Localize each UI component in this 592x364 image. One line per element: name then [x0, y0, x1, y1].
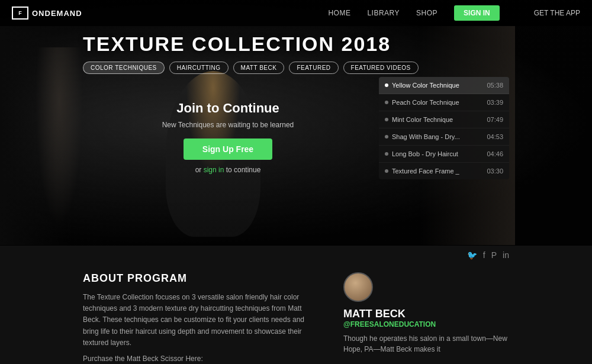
filter-color-techniques[interactable]: COLOR TECHNIQUES	[83, 62, 165, 74]
get-app-link[interactable]: GET THE APP	[534, 9, 580, 17]
playlist-time-4: 04:46	[487, 150, 503, 157]
signup-button[interactable]: Sign Up Free	[184, 138, 272, 160]
join-subtitle: New Techniques are waiting to be learned	[145, 121, 311, 129]
instructor-bio: Though he operates his salon in a small …	[343, 333, 509, 355]
signin-suffix: to continue	[224, 166, 260, 174]
header: F ONDEMAND HOME LIBRARY SHOP SIGN IN GET…	[0, 0, 592, 26]
linkedin-icon[interactable]: in	[503, 250, 509, 260]
playlist-item-left-0: Yellow Color Technique	[385, 82, 459, 89]
playlist-dot-4	[385, 152, 388, 156]
about-section: ABOUT PROGRAM The Texture Collection foc…	[0, 260, 592, 364]
filter-tabs: COLOR TECHNIQUES HAIRCUTTING MATT BECK F…	[83, 62, 419, 74]
join-title: Join to Continue	[145, 101, 311, 116]
about-purchase-text: Purchase the Matt Beck Scissor Here: htt…	[83, 355, 320, 364]
playlist-item-1[interactable]: Peach Color Technique 03:39	[379, 94, 509, 111]
playlist-label-3: Shag With Bang - Dry...	[392, 133, 460, 140]
playlist-item-3[interactable]: Shag With Bang - Dry... 04:53	[379, 128, 509, 146]
playlist-label-0: Yellow Color Technique	[392, 82, 459, 89]
playlist-panel: Yellow Color Technique 05:38 Peach Color…	[379, 77, 509, 179]
playlist-time-0: 05:38	[487, 82, 503, 89]
join-box: Join to Continue New Techniques are wait…	[145, 101, 311, 174]
main-nav: HOME LIBRARY SHOP SIGN IN	[328, 5, 499, 21]
playlist-item-0[interactable]: Yellow Color Technique 05:38	[379, 77, 509, 94]
about-title: ABOUT PROGRAM	[83, 272, 320, 285]
playlist-time-1: 03:39	[487, 99, 503, 106]
playlist-label-2: Mint Color Technique	[392, 116, 453, 123]
filter-featured[interactable]: FEATURED	[289, 62, 338, 74]
hero-title: TEXTURE COLLECTION 2018	[83, 33, 419, 56]
playlist-dot-5	[385, 169, 388, 173]
about-right: MATT BECK @FREESALONEDUCATION Though he …	[343, 272, 509, 352]
purchase-prefix: Purchase the Matt Beck Scissor Here:	[83, 355, 203, 363]
nav-shop[interactable]: SHOP	[416, 9, 437, 17]
playlist-dot-3	[385, 135, 388, 138]
hero-section: TEXTURE COLLECTION 2018 COLOR TECHNIQUES…	[0, 0, 592, 246]
playlist-time-2: 07:49	[487, 116, 503, 123]
playlist-item-2[interactable]: Mint Color Technique 07:49	[379, 111, 509, 128]
pinterest-icon[interactable]: P	[491, 250, 497, 260]
playlist-item-5[interactable]: Textured Face Frame _ 03:30	[379, 163, 509, 179]
logo-area: F ONDEMAND	[12, 7, 82, 20]
filter-featured-videos[interactable]: FEATURED VIDEOS	[343, 62, 419, 74]
playlist-time-3: 04:53	[487, 133, 503, 140]
logo-icon: F	[12, 7, 28, 20]
logo-text: ONDEMAND	[32, 9, 82, 18]
playlist-label-1: Peach Color Technique	[392, 99, 459, 106]
playlist-label-4: Long Bob - Dry Haircut	[392, 150, 458, 157]
nav-library[interactable]: LIBRARY	[367, 9, 400, 17]
playlist-dot-2	[385, 118, 388, 121]
instructor-name: MATT BECK	[343, 308, 509, 320]
playlist-dot-1	[385, 101, 388, 104]
signin-prefix: or	[195, 166, 204, 174]
hero-title-area: TEXTURE COLLECTION 2018 COLOR TECHNIQUES…	[83, 33, 419, 74]
instructor-avatar	[343, 272, 373, 302]
filter-haircutting[interactable]: HAIRCUTTING	[169, 62, 229, 74]
twitter-icon[interactable]: 🐦	[467, 250, 477, 260]
signin-link[interactable]: sign in	[204, 166, 224, 174]
playlist-dot-0	[385, 83, 388, 87]
instructor-handle: @FREESALONEDUCATION	[343, 320, 509, 328]
playlist-time-5: 03:30	[487, 167, 503, 175]
instructor-header	[343, 272, 509, 302]
facebook-icon[interactable]: f	[483, 250, 485, 260]
sign-in-button[interactable]: SIGN IN	[454, 5, 500, 21]
playlist-item-4[interactable]: Long Bob - Dry Haircut 04:46	[379, 146, 509, 163]
playlist-label-5: Textured Face Frame _	[392, 167, 459, 175]
join-signin: or sign in to continue	[145, 166, 311, 174]
left-person	[36, 47, 83, 225]
about-left: ABOUT PROGRAM The Texture Collection foc…	[83, 272, 320, 352]
filter-matt-beck[interactable]: MATT BECK	[233, 62, 285, 74]
about-description: The Texture Collection focuses on 3 vers…	[83, 292, 320, 349]
nav-home[interactable]: HOME	[328, 9, 350, 17]
